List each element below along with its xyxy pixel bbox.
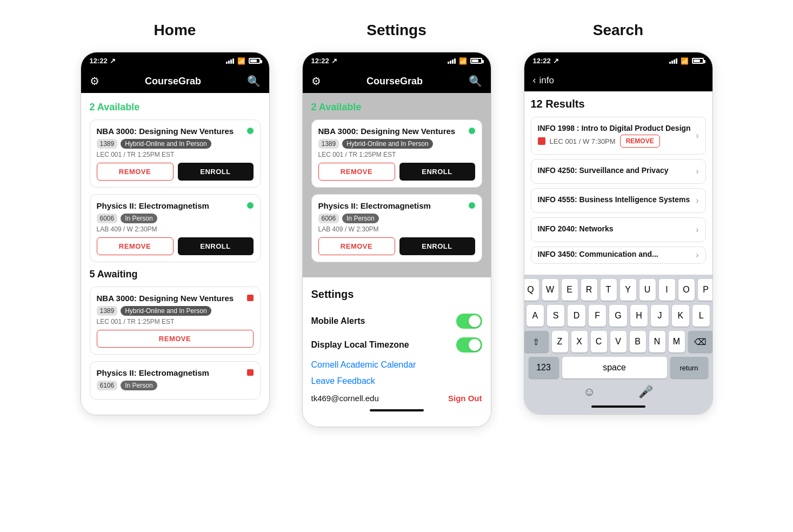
- key-N[interactable]: N: [649, 331, 665, 353]
- key-B[interactable]: B: [630, 331, 646, 353]
- back-label: info: [539, 75, 554, 86]
- key-E[interactable]: E: [562, 279, 578, 301]
- key-D[interactable]: D: [568, 305, 585, 327]
- home-content: 2 Available NBA 3000: Designing New Vent…: [81, 93, 269, 415]
- result-item-4[interactable]: INFO 3450: Communication and... ›: [531, 247, 706, 264]
- course-details-nba1: LEC 001 / TR 1:25PM EST: [97, 151, 254, 158]
- back-button[interactable]: ‹ info: [533, 75, 554, 86]
- result-item-0[interactable]: INFO 1998 : Intro to Digital Product Des…: [531, 117, 706, 155]
- settings-nav-title: CourseGrab: [366, 76, 423, 87]
- wifi-icon: 📶: [237, 57, 245, 65]
- result-name-0: INFO 1998 : Intro to Digital Product Des…: [538, 124, 696, 132]
- course-number-nba-await: 1389: [97, 306, 118, 316]
- key-Y[interactable]: Y: [620, 279, 636, 301]
- keyboard-row-2: A S D F G H J K L: [527, 305, 710, 327]
- key-W[interactable]: W: [542, 279, 558, 301]
- settings-remove-nba[interactable]: REMOVE: [318, 163, 395, 181]
- settings-enroll-physics[interactable]: ENROLL: [399, 237, 475, 255]
- enroll-button-nba1[interactable]: ENROLL: [178, 163, 254, 181]
- settings-status-arrow: ↗: [331, 57, 337, 65]
- status-dot-red2: [247, 369, 254, 376]
- calendar-link[interactable]: Cornell Academic Calendar: [311, 357, 482, 373]
- key-Z[interactable]: Z: [552, 331, 568, 353]
- course-card-nba-awaiting: NBA 3000: Designing New Ventures 1389 Hy…: [90, 287, 261, 355]
- remove-button-nba1[interactable]: REMOVE: [97, 163, 174, 181]
- key-H[interactable]: H: [630, 305, 648, 327]
- key-A[interactable]: A: [527, 305, 544, 327]
- result-item-2[interactable]: INFO 4555: Business Intelligence Systems…: [531, 188, 706, 213]
- key-K[interactable]: K: [672, 305, 689, 327]
- settings-enroll-nba[interactable]: ENROLL: [399, 163, 475, 181]
- key-J[interactable]: J: [651, 305, 668, 327]
- key-V[interactable]: V: [610, 331, 627, 353]
- result-section-0: LEC 001 / W 7:30PM: [550, 137, 616, 145]
- settings-course-nba: NBA 3000: Designing New Ventures: [318, 127, 469, 136]
- key-M[interactable]: M: [669, 331, 685, 353]
- status-icons: 📶: [226, 57, 261, 65]
- search-status-arrow: ↗: [553, 57, 559, 65]
- keyboard: Q W E R T Y U I O P A S D F G H: [524, 275, 712, 414]
- tags-row-physics1: 6006 In Person: [97, 214, 254, 223]
- result-red-sq-0: [538, 137, 545, 145]
- enroll-button-physics1[interactable]: ENROLL: [178, 237, 254, 255]
- key-C[interactable]: C: [591, 331, 607, 353]
- mobile-alerts-toggle[interactable]: [456, 314, 482, 329]
- search-icon[interactable]: 🔍: [247, 75, 261, 88]
- settings-wifi-icon: 📶: [459, 57, 467, 65]
- emoji-icon[interactable]: ☺: [583, 385, 595, 399]
- remove-button-nba-await[interactable]: REMOVE: [97, 330, 254, 348]
- key-T[interactable]: T: [601, 279, 617, 301]
- search-battery-icon: [692, 58, 704, 64]
- key-S[interactable]: S: [547, 305, 564, 327]
- key-Q[interactable]: Q: [524, 279, 539, 301]
- settings-tag-physics: In Person: [342, 214, 378, 223]
- key-F[interactable]: F: [589, 305, 606, 327]
- key-R[interactable]: R: [581, 279, 597, 301]
- result-name-4: INFO 3450: Communication and...: [538, 250, 696, 258]
- tags-row-nba1: 1389 Hybrid-Online and In Person: [97, 139, 254, 149]
- user-email: tk469@cornell.edu: [311, 394, 379, 403]
- delete-key[interactable]: ⌫: [688, 331, 713, 353]
- settings-remove-physics[interactable]: REMOVE: [318, 237, 395, 255]
- result-inner-2: INFO 4555: Business Intelligence Systems: [538, 195, 696, 206]
- course-name-nba-await: NBA 3000: Designing New Ventures: [97, 294, 247, 303]
- search-status-time-group: 12:22 ↗: [533, 57, 559, 65]
- settings-nav-bar: ⚙ CourseGrab 🔍: [303, 69, 491, 93]
- settings-status-time-group: 12:22 ↗: [311, 57, 337, 65]
- feedback-link[interactable]: Leave Feedback: [311, 373, 482, 389]
- settings-gear-icon[interactable]: ⚙: [90, 75, 99, 88]
- home-nav-bar: ⚙ CourseGrab 🔍: [81, 69, 269, 93]
- result-chevron-4: ›: [696, 250, 698, 260]
- key-I[interactable]: I: [659, 279, 675, 301]
- result-name-3: INFO 2040: Networks: [538, 224, 696, 233]
- settings-section: Settings 12:22 ↗ 📶: [302, 22, 491, 427]
- key-U[interactable]: U: [639, 279, 656, 301]
- key-G[interactable]: G: [609, 305, 627, 327]
- space-key[interactable]: space: [562, 357, 667, 378]
- status-dot-green2: [247, 202, 254, 209]
- remove-button-physics1[interactable]: REMOVE: [97, 237, 174, 255]
- course-number-physics-await: 6106: [97, 381, 118, 390]
- settings-card-physics: Physics II: Electromagnetism 6006 In Per…: [311, 194, 482, 262]
- result-remove-btn-0[interactable]: REMOVE: [620, 135, 660, 148]
- keyboard-row-1: Q W E R T Y U I O P: [527, 279, 710, 301]
- course-name-nba1: NBA 3000: Designing New Ventures: [97, 127, 247, 136]
- sign-out-button[interactable]: Sign Out: [448, 394, 482, 403]
- settings-card-nba: NBA 3000: Designing New Ventures 1389 Hy…: [311, 119, 482, 188]
- settings-gear-icon2[interactable]: ⚙: [311, 75, 321, 88]
- key-O[interactable]: O: [678, 279, 695, 301]
- signal-icon: [226, 58, 234, 64]
- key-L[interactable]: L: [692, 305, 710, 327]
- settings-title-heading: Settings: [366, 22, 426, 39]
- key-X[interactable]: X: [571, 331, 588, 353]
- result-item-1[interactable]: INFO 4250: Surveillance and Privacy ›: [531, 159, 706, 184]
- display-timezone-toggle[interactable]: [456, 337, 482, 353]
- settings-search-icon[interactable]: 🔍: [469, 75, 482, 88]
- key-P[interactable]: P: [698, 279, 713, 301]
- num-key[interactable]: 123: [529, 357, 559, 378]
- return-key[interactable]: return: [670, 357, 708, 378]
- settings-num-nba: 1389: [318, 139, 339, 149]
- shift-key[interactable]: ⇧: [524, 331, 549, 353]
- mic-icon[interactable]: 🎤: [638, 385, 653, 399]
- result-item-3[interactable]: INFO 2040: Networks ›: [531, 217, 706, 242]
